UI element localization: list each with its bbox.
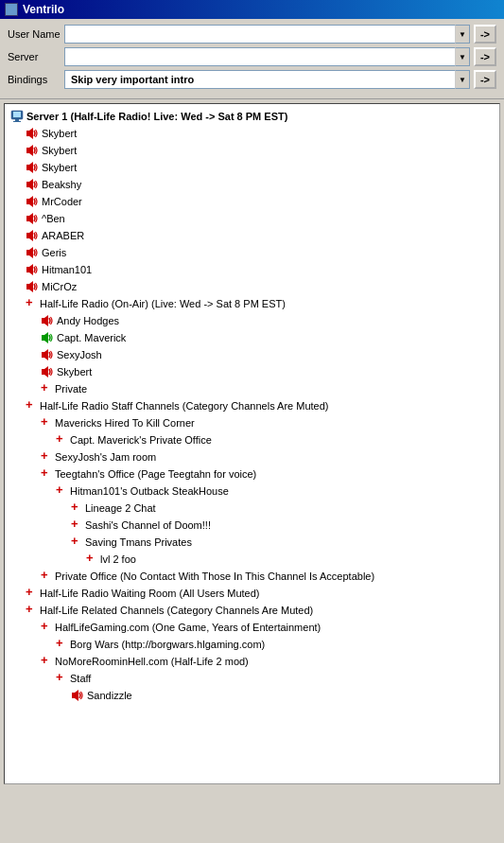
list-item[interactable]: Hitman101 — [7, 261, 497, 278]
list-item[interactable]: +Saving Tmans Privates — [7, 534, 497, 551]
item-label: SexyJosh's Jam room — [55, 449, 156, 465]
list-item[interactable]: +Capt. Maverick's Private Office — [7, 431, 497, 448]
item-label: MiCrOz — [42, 279, 77, 294]
svg-rect-6 — [26, 148, 29, 153]
server-row: Server ▼ -> — [8, 47, 496, 66]
username-input[interactable] — [64, 25, 455, 44]
plus-icon: + — [41, 622, 52, 633]
speaker-icon — [41, 348, 54, 361]
item-label: Skybert — [42, 126, 77, 141]
list-item[interactable]: +SexyJosh's Jam room — [7, 448, 497, 465]
item-label: Skybert — [57, 364, 92, 379]
list-item[interactable]: +Private Office (No Contact With Those I… — [7, 568, 497, 585]
username-input-wrap: ▼ — [64, 25, 470, 44]
list-item[interactable]: Skybert — [7, 363, 497, 380]
bindings-arrow-btn[interactable]: -> — [474, 70, 496, 89]
server-label: Server — [8, 51, 64, 62]
speaker-icon — [26, 161, 39, 174]
svg-rect-1 — [13, 112, 21, 117]
list-item[interactable]: MrCoder — [7, 193, 497, 210]
list-item[interactable]: +Half-Life Radio (On-Air) (Live: Wed -> … — [7, 295, 497, 312]
list-item[interactable]: +NoMoreRoominHell.com (Half-Life 2 mod) — [7, 653, 497, 670]
item-label: Sashi's Channel of Doom!!! — [85, 518, 211, 533]
svg-rect-28 — [42, 352, 44, 358]
svg-rect-32 — [72, 693, 75, 698]
speaker-icon — [41, 365, 54, 378]
list-item[interactable]: +Private — [7, 380, 497, 397]
item-label: Mavericks Hired To Kill Corner — [55, 415, 195, 430]
list-item[interactable]: +Teegtahn's Office (Page Teegtahn for vo… — [7, 465, 497, 483]
svg-rect-14 — [26, 216, 29, 221]
item-label: Half-Life Radio Waiting Room (All Users … — [40, 586, 260, 601]
svg-marker-19 — [29, 247, 33, 258]
list-item[interactable]: Geris — [7, 244, 497, 261]
svg-rect-8 — [26, 165, 29, 170]
list-item[interactable]: Capt. Maverick — [7, 329, 497, 346]
list-item[interactable]: MiCrOz — [7, 278, 497, 295]
svg-marker-5 — [29, 128, 33, 139]
item-label: Borg Wars (http://borgwars.hlgaming.com) — [70, 637, 265, 652]
plus-icon: + — [41, 417, 52, 429]
svg-marker-15 — [29, 213, 33, 224]
bindings-input[interactable] — [64, 70, 455, 89]
bindings-input-wrap: ▼ — [64, 70, 470, 89]
item-label: MrCoder — [42, 194, 82, 209]
speaker-icon — [26, 229, 39, 242]
username-arrow-btn[interactable]: -> — [474, 25, 496, 44]
speaker-icon — [26, 246, 39, 259]
username-dropdown-btn[interactable]: ▼ — [455, 25, 470, 44]
item-label: Saving Tmans Privates — [85, 535, 192, 550]
server-arrow-btn[interactable]: -> — [474, 47, 496, 66]
plus-icon: + — [26, 400, 37, 412]
item-label: Private Office (No Contact With Those In… — [55, 569, 374, 584]
list-item[interactable]: +HalfLifeGaming.com (One Game, Years of … — [7, 619, 497, 636]
server-dropdown-btn[interactable]: ▼ — [455, 47, 470, 66]
list-item[interactable]: SexyJosh — [7, 346, 497, 363]
svg-marker-7 — [29, 145, 33, 156]
list-item[interactable]: +Sashi's Channel of Doom!!! — [7, 517, 497, 534]
list-item[interactable]: +Half-Life Related Channels (Category Ch… — [7, 602, 497, 619]
list-item[interactable]: +Staff — [7, 670, 497, 687]
item-label: Teegtahn's Office (Page Teegtahn for voi… — [55, 466, 256, 482]
list-item[interactable]: +Lineage 2 Chat — [7, 500, 497, 517]
list-item[interactable]: ^Ben — [7, 210, 497, 227]
list-item[interactable]: Sandizzle — [7, 687, 497, 704]
speaker-icon — [41, 314, 54, 327]
list-item[interactable]: Skybert — [7, 159, 497, 176]
list-item[interactable]: +Borg Wars (http://borgwars.hlgaming.com… — [7, 636, 497, 653]
svg-rect-22 — [26, 284, 29, 290]
speaker-icon — [26, 195, 39, 208]
plus-icon: + — [71, 536, 82, 548]
svg-marker-23 — [29, 281, 33, 292]
item-label: Capt. Maverick — [57, 330, 126, 345]
svg-marker-21 — [29, 264, 33, 275]
server-input[interactable] — [64, 47, 455, 66]
list-item[interactable]: +Half-Life Radio Waiting Room (All Users… — [7, 585, 497, 602]
list-item[interactable]: Skybert — [7, 125, 497, 142]
title-bar-icon — [5, 3, 18, 16]
list-item[interactable]: Andy Hodges — [7, 312, 497, 329]
list-item[interactable]: +lvl 2 foo — [7, 551, 497, 568]
speaker-icon — [26, 178, 39, 191]
plus-icon: + — [41, 571, 52, 582]
speaker-icon — [26, 280, 39, 293]
list-item[interactable]: ARABER — [7, 227, 497, 244]
list-item[interactable]: Beakshy — [7, 176, 497, 193]
plus-icon: + — [56, 673, 67, 684]
list-item[interactable]: +Hitman101's Outback SteakHouse — [7, 483, 497, 500]
svg-rect-12 — [26, 199, 29, 204]
svg-rect-3 — [13, 121, 21, 122]
svg-rect-24 — [42, 318, 44, 324]
item-label: NoMoreRoominHell.com (Half-Life 2 mod) — [55, 654, 249, 669]
speaker-icon — [26, 212, 39, 225]
svg-rect-10 — [26, 182, 29, 187]
speaker-icon — [41, 331, 54, 344]
list-item[interactable]: Server 1 (Half-Life Radio! Live: Wed -> … — [7, 108, 497, 125]
bindings-label: Bindings — [8, 74, 64, 85]
list-item[interactable]: +Half-Life Radio Staff Channels (Categor… — [7, 397, 497, 414]
item-label: Andy Hodges — [57, 313, 119, 328]
list-item[interactable]: +Mavericks Hired To Kill Corner — [7, 414, 497, 431]
list-item[interactable]: Skybert — [7, 142, 497, 159]
plus-icon: + — [56, 485, 67, 497]
bindings-dropdown-btn[interactable]: ▼ — [455, 70, 470, 89]
